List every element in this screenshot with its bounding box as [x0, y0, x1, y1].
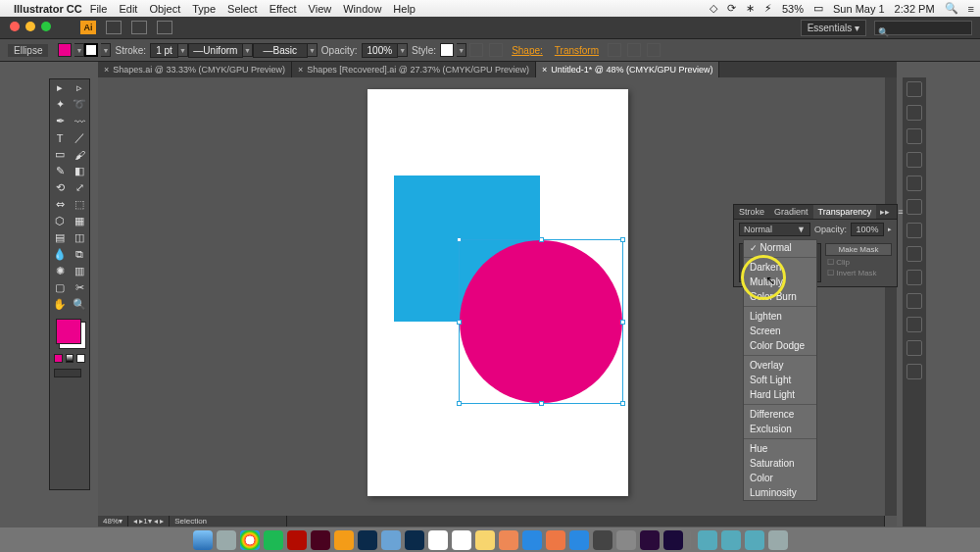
- resize-handle[interactable]: [620, 237, 625, 242]
- color-mode-icon[interactable]: [54, 354, 63, 363]
- panel-collapse-icon[interactable]: ▸▸: [876, 205, 894, 219]
- doc-tab-3[interactable]: ×Untitled-1* @ 48% (CMYK/GPU Preview): [536, 62, 719, 77]
- color-panel-icon[interactable]: [906, 81, 922, 97]
- dock-documents-icon[interactable]: [721, 530, 741, 550]
- blend-mode-multiply[interactable]: Multiply: [744, 275, 816, 289]
- none-mode-icon[interactable]: [76, 354, 85, 363]
- stroke-swatch[interactable]: [84, 43, 98, 57]
- artboard-nav[interactable]: ◂ ▸ 1 ▾ ◂ ▸: [128, 516, 170, 527]
- help-search-input[interactable]: [874, 21, 972, 35]
- dock-safari-icon[interactable]: [217, 530, 236, 550]
- dock-appstore-icon[interactable]: [569, 530, 589, 550]
- gpu-icon[interactable]: [157, 21, 172, 34]
- shaper-tool[interactable]: ✎: [50, 163, 70, 179]
- mesh-tool[interactable]: ▤: [50, 229, 70, 246]
- resize-handle[interactable]: [620, 401, 625, 406]
- panel-tab-transparency[interactable]: Transparency: [813, 205, 877, 219]
- dock-chrome-icon[interactable]: [240, 530, 260, 550]
- menu-file[interactable]: File: [90, 3, 108, 15]
- isolate-icon[interactable]: [608, 43, 621, 57]
- clip-icon[interactable]: [627, 43, 641, 57]
- doc-tab-1[interactable]: ×Shapes.ai @ 33.33% (CMYK/GPU Preview): [98, 62, 292, 77]
- close-tab-icon[interactable]: ×: [542, 65, 547, 75]
- blend-mode-screen[interactable]: Screen: [744, 324, 816, 338]
- invert-mask-checkbox[interactable]: ☐ Invert Mask: [825, 269, 892, 277]
- panel-tab-stroke[interactable]: Stroke: [734, 205, 769, 219]
- sync-icon[interactable]: ⟳: [727, 2, 736, 15]
- close-tab-icon[interactable]: ×: [104, 65, 109, 75]
- gradient-mode-icon[interactable]: [66, 354, 74, 363]
- dock-aftereffects-icon[interactable]: [663, 530, 683, 550]
- stroke-panel-icon[interactable]: [906, 199, 922, 215]
- blend-mode-soft-light[interactable]: Soft Light: [744, 373, 816, 387]
- menu-extras-icon[interactable]: ≡: [968, 3, 974, 15]
- dock-trash-icon[interactable]: [768, 530, 788, 550]
- blend-mode-overlay[interactable]: Overlay: [744, 358, 816, 373]
- scale-tool[interactable]: ⤢: [70, 179, 89, 196]
- libraries-panel-icon[interactable]: [906, 364, 922, 379]
- style-dropdown[interactable]: ▼: [457, 43, 466, 57]
- selection-tool[interactable]: ▸: [50, 79, 70, 96]
- dock-photoshop-icon[interactable]: [358, 530, 377, 550]
- gradient-panel-icon[interactable]: [906, 223, 922, 238]
- shape-link[interactable]: Shape:: [512, 45, 543, 56]
- dock-downloads-icon[interactable]: [698, 530, 717, 550]
- color-guide-panel-icon[interactable]: [906, 105, 922, 121]
- lasso-tool[interactable]: ➰: [70, 96, 89, 113]
- menu-view[interactable]: View: [309, 3, 332, 15]
- profile-dropdown[interactable]: ▼: [243, 43, 253, 57]
- doc-tab-2[interactable]: ×Shapes [Recovered].ai @ 27.37% (CMYK/GP…: [292, 62, 536, 77]
- blend-mode-color-burn[interactable]: Color Burn: [744, 289, 816, 304]
- menu-date[interactable]: Sun May 1: [833, 3, 885, 15]
- type-tool[interactable]: T: [50, 129, 70, 146]
- zoom-level-select[interactable]: 48% ▾: [98, 516, 128, 527]
- menu-effect[interactable]: Effect: [270, 3, 297, 15]
- curvature-tool[interactable]: 〰: [70, 113, 89, 129]
- dock-indesign-icon[interactable]: [311, 530, 330, 550]
- minimize-window-button[interactable]: [25, 22, 35, 31]
- menu-window[interactable]: Window: [343, 3, 381, 15]
- blend-mode-normal[interactable]: Normal: [744, 240, 816, 255]
- dock-finder-icon[interactable]: [193, 530, 213, 550]
- dock-spotify-icon[interactable]: [264, 530, 283, 550]
- slice-tool[interactable]: ✂: [70, 279, 89, 296]
- dock-notes-icon[interactable]: [475, 530, 495, 550]
- menu-edit[interactable]: Edit: [119, 3, 137, 15]
- dock-lightroom-icon[interactable]: [405, 530, 424, 550]
- menu-object[interactable]: Object: [149, 3, 180, 15]
- blend-tool[interactable]: ⧉: [70, 246, 89, 263]
- eraser-tool[interactable]: ◧: [70, 163, 89, 179]
- resize-handle[interactable]: [457, 320, 462, 325]
- panel-opacity-slider-icon[interactable]: ▸: [888, 226, 892, 233]
- battery-icon[interactable]: ▭: [813, 2, 823, 15]
- artboard-tool[interactable]: ▢: [50, 279, 70, 296]
- artboards-panel-icon[interactable]: [906, 340, 922, 356]
- dropbox-icon[interactable]: ◇: [710, 2, 717, 15]
- battery-percent[interactable]: 53%: [782, 3, 804, 15]
- zoom-tool[interactable]: 🔍: [70, 296, 89, 313]
- bluetooth-icon[interactable]: ∗: [746, 2, 755, 15]
- resize-handle[interactable]: [457, 401, 462, 406]
- blend-mode-luminosity[interactable]: Luminosity: [744, 485, 816, 500]
- selection-bounding-box[interactable]: [459, 239, 623, 404]
- resize-handle[interactable]: [457, 237, 462, 242]
- dock-wunderlist-icon[interactable]: [499, 530, 518, 550]
- magic-wand-tool[interactable]: ✦: [50, 96, 70, 113]
- rotate-tool[interactable]: ⟲: [50, 179, 70, 196]
- bridge-icon[interactable]: [106, 21, 122, 34]
- screen-mode-icon[interactable]: [54, 369, 81, 377]
- blend-mode-lighten[interactable]: Lighten: [744, 309, 816, 324]
- blend-mode-hard-light[interactable]: Hard Light: [744, 387, 816, 402]
- swatches-panel-icon[interactable]: [906, 128, 922, 144]
- brush-dropdown[interactable]: ▼: [308, 43, 318, 57]
- blend-mode-select[interactable]: Normal▼: [739, 223, 810, 236]
- paintbrush-tool[interactable]: 🖌: [70, 146, 89, 163]
- width-tool[interactable]: ⇔: [50, 196, 70, 213]
- make-mask-button[interactable]: Make Mask: [825, 243, 892, 256]
- stroke-weight-input[interactable]: 1 pt: [150, 43, 178, 58]
- transform-link[interactable]: Transform: [555, 45, 599, 56]
- pen-tool[interactable]: ✒: [50, 113, 70, 129]
- menu-time[interactable]: 2:32 PM: [895, 3, 935, 15]
- panel-menu-icon[interactable]: ≡: [894, 205, 906, 219]
- fill-dropdown[interactable]: ▼: [74, 43, 84, 57]
